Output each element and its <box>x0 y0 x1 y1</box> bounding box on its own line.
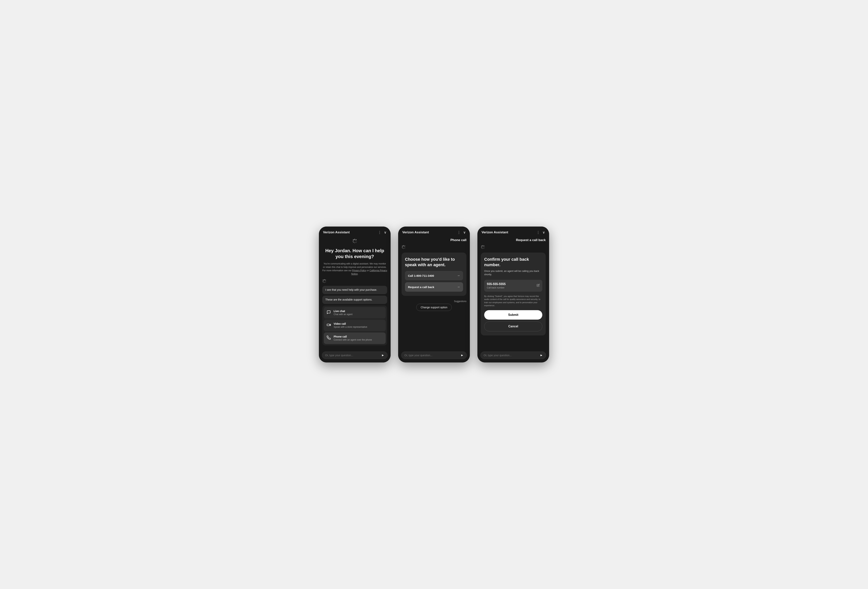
svg-line-10 <box>323 280 323 280</box>
svg-line-29 <box>484 248 484 249</box>
change-support-container: Change support option <box>402 304 466 311</box>
request-callback-arrow: → <box>457 285 460 289</box>
svg-line-6 <box>353 242 354 243</box>
live-chat-desc: Chat with an agent <box>334 313 353 316</box>
suggestions-row: Suggestions <box>402 299 466 304</box>
input-inner-screen3: Or, type your question... ► <box>480 352 546 359</box>
agent-card: Choose how you'd like to speak with an a… <box>402 253 466 296</box>
option-text-phone-call: Phone call Connect with an agent over th… <box>334 335 372 342</box>
call-direct-label: Call 1-800-711-3400 <box>408 274 434 277</box>
phone-screen-1: Verizon Assistant ⋮ ∨ <box>319 226 391 363</box>
request-callback-label: Request a call back <box>408 286 434 289</box>
option-live-chat[interactable]: Live chat Chat with an agent <box>324 307 386 319</box>
input-placeholder-screen3[interactable]: Or, type your question... <box>484 354 538 357</box>
phone-screen-3: Verizon Assistant ⋮ ∨ Request a call bac… <box>477 226 549 363</box>
svg-line-28 <box>481 246 482 246</box>
consent-text: By clicking "Submit", you agree that Ver… <box>484 295 542 307</box>
call-direct-button[interactable]: Call 1-800-711-3400 → <box>405 271 463 280</box>
video-icon <box>326 323 331 328</box>
callback-subtitle: Once you submit, an agent will be callin… <box>484 269 542 276</box>
loading-spinner-3 <box>402 247 406 250</box>
live-chat-title: Live chat <box>334 309 353 312</box>
header-icons-screen2: ⋮ ∨ <box>457 230 466 234</box>
app-title-screen3: Verizon Assistant <box>481 231 508 234</box>
screens-container: Verizon Assistant ⋮ ∨ <box>319 226 549 363</box>
screen2-content: Phone call <box>398 237 470 349</box>
phone-call-desc: Connect with an agent over the phone <box>334 339 372 342</box>
option-text-video-call: Video call Speak with a store representa… <box>334 322 367 329</box>
svg-line-25 <box>404 246 405 246</box>
input-placeholder-screen1[interactable]: Or, type your question... <box>325 354 379 357</box>
spinner-area-1 <box>322 237 387 248</box>
agent-card-title: Choose how you'd like to speak with an a… <box>405 257 463 268</box>
close-icon-screen3[interactable]: ∨ <box>542 230 545 234</box>
suggestions-label: Suggestions <box>454 300 466 303</box>
close-icon-screen1[interactable]: ∨ <box>384 230 387 234</box>
header-screen1: Verizon Assistant ⋮ ∨ <box>319 226 391 237</box>
input-bar-screen2: Or, type your question... ► <box>398 349 470 363</box>
svg-line-21 <box>404 248 405 249</box>
more-icon-screen1[interactable]: ⋮ <box>378 230 381 234</box>
phone-screen-2: Verizon Assistant ⋮ ∨ Phone call <box>398 226 470 363</box>
chat-icon <box>326 310 331 315</box>
input-bar-screen3: Or, type your question... ► <box>477 349 549 363</box>
header-screen2: Verizon Assistant ⋮ ∨ <box>398 226 470 237</box>
change-support-button[interactable]: Change support option <box>416 304 452 311</box>
svg-line-7 <box>356 240 356 240</box>
send-button-screen3[interactable]: ► <box>540 354 543 357</box>
option-video-call[interactable]: Video call Speak with a store representa… <box>324 320 386 331</box>
close-icon-screen2[interactable]: ∨ <box>463 230 466 234</box>
callback-card: Confirm your call back number. Once you … <box>481 253 546 336</box>
cancel-button[interactable]: Cancel <box>484 321 542 331</box>
input-placeholder-screen2[interactable]: Or, type your question... <box>404 354 459 357</box>
send-button-screen1[interactable]: ► <box>381 354 384 357</box>
loading-spinner-4 <box>481 247 485 250</box>
section-heading-screen3: Request a call back <box>481 237 546 245</box>
option-phone-call[interactable]: Phone call Connect with an agent over th… <box>324 333 386 344</box>
screen3-content: Request a call back <box>477 237 549 349</box>
submit-button[interactable]: Submit <box>484 310 542 320</box>
input-inner-screen2: Or, type your question... ► <box>401 352 467 359</box>
svg-line-2 <box>353 240 354 240</box>
phone-number-display: 555-555-5555 <box>487 283 506 286</box>
greeting-subtitle: You're communicating with a digital assi… <box>322 262 387 275</box>
spinner-area-2 <box>402 245 466 250</box>
svg-rect-16 <box>327 324 330 326</box>
svg-line-20 <box>402 246 403 246</box>
phone-call-title: Phone call <box>334 335 372 338</box>
svg-line-3 <box>356 242 356 243</box>
privacy-policy-link[interactable]: Privacy Policy <box>352 269 366 272</box>
app-title-screen2: Verizon Assistant <box>402 231 429 234</box>
callback-title: Confirm your call back number. <box>484 257 542 268</box>
phone-number-block: 555-555-5555 Call back number <box>487 283 506 289</box>
input-inner-screen1: Or, type your question... ► <box>322 352 388 359</box>
section-heading-screen2: Phone call <box>402 237 466 245</box>
spinner-row-1 <box>322 279 387 284</box>
spinner-area-3 <box>481 245 546 250</box>
send-button-screen2[interactable]: ► <box>461 354 464 357</box>
header-icons-screen3: ⋮ ∨ <box>536 230 545 234</box>
phone-label: Call back number <box>487 286 506 289</box>
chat-message-2: These are the available support options. <box>322 296 387 304</box>
request-callback-button[interactable]: Request a call back → <box>405 282 463 292</box>
phone-icon <box>326 336 331 341</box>
svg-line-15 <box>325 280 326 280</box>
edit-icon[interactable] <box>537 284 540 287</box>
app-title-screen1: Verizon Assistant <box>323 231 350 234</box>
video-call-desc: Speak with a store representative <box>334 326 367 329</box>
input-bar-screen1: Or, type your question... ► <box>319 349 391 363</box>
video-call-title: Video call <box>334 322 367 325</box>
svg-line-32 <box>481 248 482 249</box>
svg-line-33 <box>484 246 484 246</box>
more-icon-screen2[interactable]: ⋮ <box>457 230 461 234</box>
svg-line-24 <box>402 248 403 249</box>
greeting-title: Hey Jordan. How can I help you this even… <box>322 248 387 259</box>
header-screen3: Verizon Assistant ⋮ ∨ <box>477 226 549 237</box>
option-text-live-chat: Live chat Chat with an agent <box>334 309 353 316</box>
phone-input-field[interactable]: 555-555-5555 Call back number <box>484 280 542 292</box>
svg-line-11 <box>325 282 326 283</box>
call-direct-arrow: → <box>457 274 460 277</box>
header-icons-screen1: ⋮ ∨ <box>378 230 387 234</box>
more-icon-screen3[interactable]: ⋮ <box>536 230 540 234</box>
loading-spinner-1 <box>352 238 357 244</box>
